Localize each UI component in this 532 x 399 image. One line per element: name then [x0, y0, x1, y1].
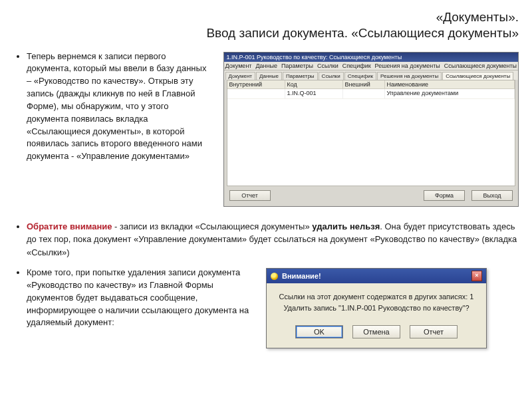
note-emphasis-2: удалить нельзя: [312, 221, 380, 231]
warning-dialog: Внимание! × Ссылки на этот документ соде…: [266, 268, 487, 348]
paragraph-1: Теперь вернемся к записи первого докумен…: [27, 51, 214, 164]
paragraph-3: Кроме того, при попытке удаления записи …: [27, 267, 253, 329]
col-header: Наименование: [385, 80, 515, 88]
dialog-line1: Ссылки на этот документ содержатся в дру…: [276, 291, 477, 303]
dialog-body: Ссылки на этот документ содержатся в дру…: [267, 283, 486, 321]
menu-item[interactable]: Параметры: [281, 63, 313, 69]
report-button[interactable]: Отчет: [410, 325, 458, 338]
col-header: Код: [285, 80, 343, 88]
title-line-1: «Документы».: [436, 10, 519, 24]
tab[interactable]: Документ: [225, 72, 256, 80]
tab[interactable]: Параметры: [283, 72, 318, 80]
form-button[interactable]: Форма: [424, 190, 465, 201]
menu-item[interactable]: Данные: [255, 63, 277, 69]
menu-item[interactable]: Ссылки: [317, 63, 338, 69]
col-header: Внутренний: [227, 80, 285, 88]
tab-referring-documents[interactable]: Ссылающиеся документы: [442, 72, 513, 80]
note-paragraph: Обратите внимание - записи из вкладки «С…: [27, 220, 519, 259]
tab[interactable]: Данные: [256, 72, 282, 80]
tab[interactable]: Ссылки: [319, 72, 344, 80]
ok-button[interactable]: OK: [295, 325, 343, 338]
dialog-title-text: Внимание!: [282, 272, 321, 280]
menu-item[interactable]: Специфик: [342, 63, 371, 69]
tab[interactable]: Решения на документы: [377, 72, 442, 80]
window-menu: Документ Данные Параметры Ссылки Специфи…: [224, 62, 518, 70]
report-button[interactable]: Отчет: [229, 190, 271, 201]
dialog-titlebar: Внимание! ×: [267, 269, 486, 283]
menu-item[interactable]: Документ: [225, 63, 252, 69]
dialog-line2: Удалить запись "1.IN.P-001 Руководство п…: [276, 303, 477, 314]
cell-code: 1.IN.Q-001: [285, 89, 343, 99]
tab[interactable]: Специфик: [344, 72, 376, 80]
col-header: Внешний: [343, 80, 385, 88]
window-titlebar: 1.IN.P-001 Руководство по качеству: Ссыл…: [224, 53, 518, 62]
warning-icon: [271, 273, 278, 280]
close-icon[interactable]: ×: [471, 271, 482, 281]
data-grid: Внутренний Код Внешний Наименование 1.IN…: [227, 80, 515, 186]
note-emphasis-1: Обратите внимание: [27, 221, 112, 231]
menu-item[interactable]: Решения на документы: [375, 63, 440, 69]
slide-title: «Документы». Ввод записи документа. «Ссы…: [13, 9, 519, 41]
menu-item[interactable]: Ссылающиеся документы: [444, 63, 517, 69]
exit-button[interactable]: Выход: [471, 190, 513, 201]
cancel-button[interactable]: Отмена: [352, 325, 400, 338]
table-row[interactable]: 1.IN.Q-001 Управление документами: [227, 89, 515, 99]
cell-name: Управление документами: [385, 89, 515, 99]
app-window: 1.IN.P-001 Руководство по качеству: Ссыл…: [223, 52, 519, 207]
tab-strip: Документ Данные Параметры Ссылки Специфи…: [224, 70, 518, 80]
title-line-2: Ввод записи документа. «Ссылающиеся доку…: [206, 26, 519, 40]
